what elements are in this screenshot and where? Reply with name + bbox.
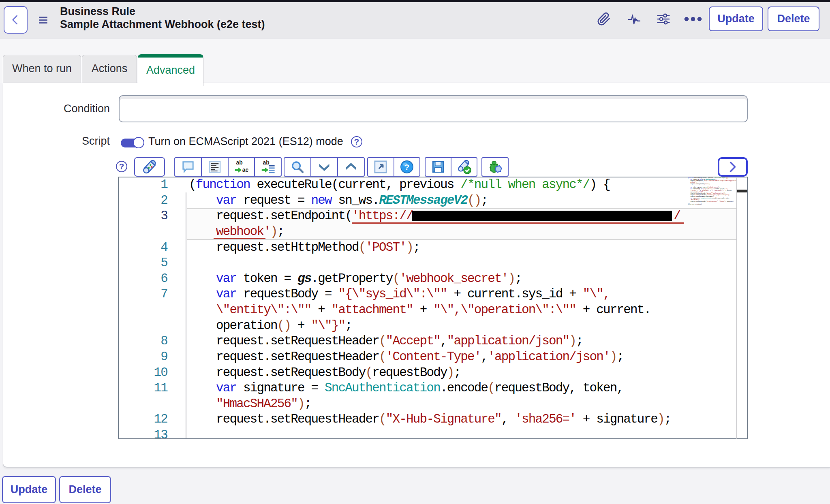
svg-text:ab: ab [263, 160, 270, 166]
svg-text:ac: ac [242, 167, 248, 173]
svg-text:?: ? [404, 162, 409, 172]
svg-text:ab: ab [236, 160, 243, 166]
